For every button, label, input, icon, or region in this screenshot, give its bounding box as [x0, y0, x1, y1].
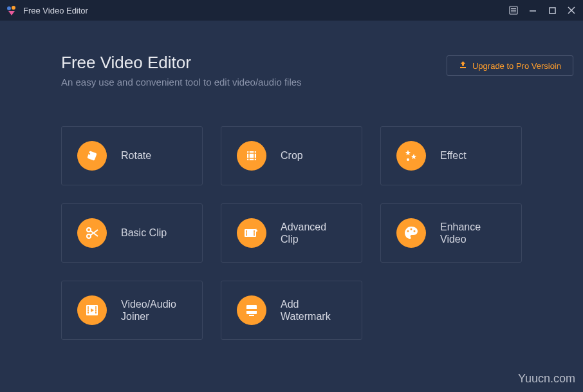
maximize-icon[interactable]: [547, 5, 557, 15]
joiner-icon: [77, 295, 107, 325]
header-row: Free Video Editor An easy use and conven…: [61, 53, 544, 88]
upgrade-icon: [459, 61, 467, 71]
page-watermark: Yuucn.com: [518, 372, 575, 386]
menu-icon[interactable]: [508, 5, 519, 15]
tool-label: Rotate: [121, 149, 151, 162]
page-subtitle: An easy use and convenient tool to edit …: [61, 77, 302, 88]
svg-rect-13: [247, 151, 256, 160]
titlebar: Free Video Editor: [0, 0, 583, 21]
watermark-icon: [237, 295, 266, 325]
svg-rect-34: [88, 306, 89, 308]
app-logo-icon: [6, 5, 17, 15]
tool-crop[interactable]: Crop: [221, 126, 362, 185]
svg-line-21: [91, 231, 98, 237]
tool-effect[interactable]: Effect: [380, 126, 522, 185]
svg-rect-28: [254, 232, 255, 234]
svg-line-22: [91, 230, 98, 236]
svg-rect-38: [95, 306, 97, 308]
svg-rect-10: [460, 67, 466, 68]
page-title: Free Video Editor: [61, 53, 302, 73]
svg-rect-41: [95, 312, 97, 313]
svg-rect-26: [246, 234, 247, 236]
svg-point-0: [7, 6, 11, 10]
tool-enhance-video[interactable]: Enhance Video: [380, 203, 522, 263]
tool-label: Video/Audio Joiner: [121, 298, 187, 322]
svg-point-32: [414, 230, 416, 232]
tool-advanced-clip[interactable]: Advanced Clip: [221, 203, 362, 263]
tool-label: Add Watermark: [281, 298, 346, 322]
rotate-icon: [77, 141, 107, 171]
upgrade-button[interactable]: Upgrade to Pro Versioin: [447, 55, 573, 76]
svg-rect-36: [88, 310, 89, 312]
svg-rect-25: [246, 232, 247, 234]
svg-rect-27: [254, 230, 255, 232]
tool-joiner[interactable]: Video/Audio Joiner: [61, 281, 203, 340]
svg-rect-37: [88, 312, 89, 313]
svg-rect-44: [249, 315, 254, 316]
tool-watermark[interactable]: Add Watermark: [221, 281, 362, 340]
tool-label: Effect: [440, 149, 467, 162]
svg-rect-24: [246, 230, 247, 232]
minimize-icon[interactable]: [528, 5, 538, 15]
close-icon[interactable]: [566, 5, 577, 15]
app-title: Free Video Editor: [23, 6, 88, 15]
palette-icon: [396, 218, 426, 248]
svg-point-30: [407, 230, 409, 232]
upgrade-label: Upgrade to Pro Versioin: [472, 61, 561, 71]
svg-rect-39: [95, 308, 97, 310]
advanced-clip-icon: [237, 218, 266, 248]
tool-label: Crop: [281, 149, 303, 162]
tools-grid: Rotate Crop Ef: [61, 126, 544, 340]
svg-rect-29: [254, 234, 255, 236]
tool-basic-clip[interactable]: Basic Clip: [61, 203, 203, 263]
svg-point-31: [411, 229, 412, 230]
tool-label: Advanced Clip: [281, 221, 346, 245]
svg-point-18: [407, 158, 409, 161]
svg-point-12: [89, 153, 90, 154]
scissors-icon: [77, 218, 107, 248]
tool-label: Enhance Video: [440, 221, 506, 245]
svg-rect-7: [550, 8, 555, 14]
svg-rect-35: [88, 308, 89, 310]
main-content: Free Video Editor An easy use and conven…: [0, 21, 583, 340]
svg-rect-43: [246, 309, 257, 311]
titlebar-controls: [508, 5, 577, 15]
svg-point-1: [12, 6, 15, 10]
tool-label: Basic Clip: [121, 227, 167, 239]
header-text: Free Video Editor An easy use and conven…: [61, 53, 302, 88]
effect-icon: [396, 141, 426, 171]
titlebar-left: Free Video Editor: [6, 5, 88, 15]
svg-rect-40: [95, 310, 97, 312]
svg-rect-11: [87, 151, 97, 160]
tool-rotate[interactable]: Rotate: [61, 126, 203, 185]
crop-icon: [237, 141, 266, 171]
